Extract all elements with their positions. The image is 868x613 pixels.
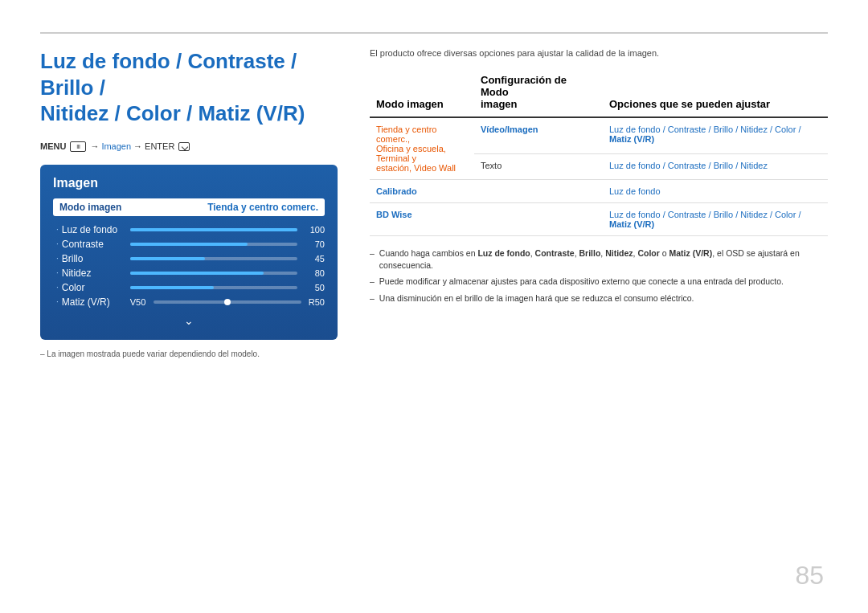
fill-color — [130, 286, 214, 289]
footnote-image: – La imagen mostrada puede variar depend… — [40, 349, 338, 358]
note-text-1: Cuando haga cambios en Luz de fondo, Con… — [379, 247, 828, 271]
th-config-modo: Configuración de Modoimagen — [474, 69, 603, 117]
mode-cell-tienda: Tienda y centro comerc.,Oficina y escuel… — [370, 117, 474, 180]
config-label-video: Vídeo/Imagen — [481, 125, 538, 134]
enter-label: ENTER — [145, 141, 174, 151]
mode-cell-calibrado: Calibrado — [370, 180, 474, 203]
options-label-texto: Luz de fondo / Contraste / Brillo / Niti… — [609, 161, 768, 170]
imagen-label: Imagen — [101, 141, 131, 151]
label-nitidez: Nitidez — [62, 268, 130, 279]
arrow1: → — [90, 141, 99, 151]
right-column: El producto ofrece diversas opciones par… — [370, 48, 828, 358]
options-cell-video: Luz de fondo / Contraste / Brillo / Niti… — [603, 117, 828, 154]
table-row: BD Wise Luz de fondo / Contraste / Brill… — [370, 203, 828, 236]
page-title: Luz de fondo / Contraste / Brillo / Niti… — [40, 48, 338, 127]
fill-contraste — [130, 243, 248, 246]
osd-item-nitidez[interactable]: · Nitidez 80 — [53, 266, 325, 280]
value-brillo: 45 — [302, 254, 325, 264]
config-cell-texto: Texto — [474, 154, 603, 180]
label-matiz: Matiz (V/R) — [62, 296, 130, 308]
value-luzdelfondo: 100 — [302, 225, 325, 235]
track-color — [130, 286, 297, 289]
page-number: 85 — [795, 561, 824, 591]
config-cell-calibrado — [474, 180, 603, 203]
note-text-3: Una disminución en el brillo de la image… — [379, 292, 694, 304]
osd-selected-row[interactable]: Modo imagen Tienda y centro comerc. — [53, 198, 325, 216]
matiz-v-label: V50 — [130, 297, 151, 307]
mode-label-calibrado: Calibrado — [376, 186, 417, 196]
mode-cell-bdwise: BD Wise — [370, 203, 474, 236]
menu-icon: III — [70, 141, 86, 152]
osd-selected-label: Modo imagen — [59, 202, 121, 213]
note-dash-2: – — [370, 276, 375, 288]
value-color: 50 — [302, 283, 325, 292]
top-rule — [40, 32, 828, 34]
th-modo-imagen: Modo imagen — [370, 69, 474, 117]
info-table: Modo imagen Configuración de Modoimagen … — [370, 69, 828, 236]
value-contraste: 70 — [302, 239, 325, 249]
menu-path: MENU III → Imagen → ENTER — [40, 141, 338, 152]
left-column: Luz de fondo / Contraste / Brillo / Niti… — [40, 48, 338, 358]
matiz-r-label: R50 — [304, 297, 325, 307]
note-item-2: – Puede modificar y almacenar ajustes pa… — [370, 276, 828, 288]
enter-icon — [178, 142, 190, 151]
label-contraste: Contraste — [62, 239, 130, 250]
label-brillo: Brillo — [62, 253, 130, 264]
fill-brillo — [130, 257, 206, 260]
slider-contraste[interactable]: 70 — [130, 239, 325, 249]
osd-selected-value: Tienda y centro comerc. — [207, 202, 318, 213]
bullet-luzdelfondo: · — [56, 225, 59, 234]
th-opciones: Opciones que se pueden ajustar — [603, 69, 828, 117]
right-intro: El producto ofrece diversas opciones par… — [370, 48, 828, 58]
options-label-bdwise: Luz de fondo / Contraste / Brillo / Niti… — [609, 210, 800, 229]
options-cell-calibrado: Luz de fondo — [603, 180, 828, 203]
bullet-brillo: · — [56, 254, 59, 263]
options-label-video: Luz de fondo / Contraste / Brillo / Niti… — [609, 125, 800, 144]
mode-label-bdwise: BD Wise — [376, 210, 412, 219]
page-container: Luz de fondo / Contraste / Brillo / Niti… — [0, 0, 868, 613]
osd-item-contraste[interactable]: · Contraste 70 — [53, 237, 325, 251]
table-row: Calibrado Luz de fondo — [370, 180, 828, 203]
note-dash-1: – — [370, 247, 375, 271]
matiz-thumb — [224, 299, 231, 305]
osd-item-matiz[interactable]: · Matiz (V/R) V50 R50 — [53, 295, 325, 309]
label-luzdelfondo: Luz de fondo — [62, 224, 130, 235]
slider-nitidez[interactable]: 80 — [130, 268, 325, 278]
osd-item-luzdelfondo[interactable]: · Luz de fondo 100 — [53, 223, 325, 237]
track-nitidez — [130, 272, 297, 275]
track-brillo — [130, 257, 297, 260]
track-contraste — [130, 243, 297, 246]
options-cell-texto: Luz de fondo / Contraste / Brillo / Niti… — [603, 154, 828, 180]
options-cell-bdwise: Luz de fondo / Contraste / Brillo / Niti… — [603, 203, 828, 236]
options-label-calibrado: Luz de fondo — [609, 186, 661, 196]
config-label-texto: Texto — [481, 161, 502, 170]
note-item-3: – Una disminución en el brillo de la ima… — [370, 292, 828, 304]
osd-item-color[interactable]: · Color 50 — [53, 280, 325, 295]
slider-matiz[interactable]: V50 R50 — [130, 297, 325, 307]
track-matiz — [154, 300, 301, 304]
osd-panel: Imagen Modo imagen Tienda y centro comer… — [40, 165, 338, 340]
slider-luzdelfondo[interactable]: 100 — [130, 225, 325, 235]
notes-section: – Cuando haga cambios en Luz de fondo, C… — [370, 247, 828, 304]
note-dash-3: – — [370, 292, 375, 304]
note-text-2: Puede modificar y almacenar ajustes para… — [379, 276, 784, 288]
value-nitidez: 80 — [302, 268, 325, 278]
config-cell-bdwise — [474, 203, 603, 236]
mode-label-tienda: Tienda y centro comerc.,Oficina y escuel… — [376, 125, 456, 173]
main-layout: Luz de fondo / Contraste / Brillo / Niti… — [40, 48, 828, 358]
slider-brillo[interactable]: 45 — [130, 254, 325, 264]
osd-chevron-down[interactable]: ⌄ — [53, 314, 325, 327]
fill-nitidez — [130, 272, 264, 275]
label-color: Color — [62, 282, 130, 293]
menu-label: MENU — [40, 141, 66, 151]
arrow2: → — [133, 141, 142, 151]
osd-title: Imagen — [53, 176, 325, 190]
table-row: Tienda y centro comerc.,Oficina y escuel… — [370, 117, 828, 154]
bullet-nitidez: · — [56, 268, 59, 277]
track-luzdelfondo — [130, 228, 297, 231]
note-item-1: – Cuando haga cambios en Luz de fondo, C… — [370, 247, 828, 271]
fill-luzdelfondo — [130, 228, 297, 231]
slider-color[interactable]: 50 — [130, 283, 325, 292]
osd-item-brillo[interactable]: · Brillo 45 — [53, 251, 325, 266]
bullet-color: · — [56, 283, 59, 292]
